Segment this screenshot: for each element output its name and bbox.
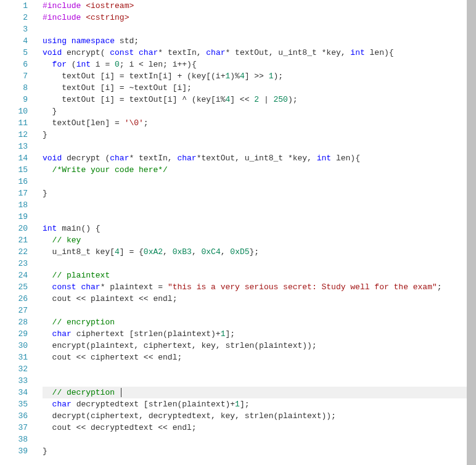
- code-token: * textIn,: [158, 48, 206, 57]
- code-token: 0xB3: [173, 247, 192, 257]
- code-line[interactable]: // encryption: [43, 316, 467, 328]
- code-line[interactable]: [43, 141, 467, 152]
- code-line[interactable]: textOut[len] = '\0';: [43, 117, 467, 129]
- code-token: char: [139, 48, 158, 57]
- code-line[interactable]: encrypt(plaintext, ciphertext, key, strl…: [43, 340, 467, 352]
- code-line[interactable]: textOut [i] = ~textOut [i];: [43, 82, 467, 94]
- code-token: int: [317, 154, 331, 163]
- code-token: ;: [437, 282, 442, 292]
- code-token: // decryption: [52, 388, 120, 397]
- code-line[interactable]: textOut [i] = textOut[i] ^ (key[i%4] << …: [43, 94, 467, 105]
- code-line[interactable]: void encrypt( const char* textIn, char* …: [43, 47, 467, 59]
- code-token: /*Write your code here*/: [52, 165, 168, 175]
- code-line[interactable]: [43, 375, 467, 387]
- code-token: }: [43, 130, 47, 139]
- code-token: char: [52, 400, 72, 409]
- code-line[interactable]: const char* plaintext = "this is a very …: [43, 281, 467, 293]
- code-token: int: [350, 48, 364, 57]
- code-token: 1: [269, 72, 274, 81]
- code-line[interactable]: [43, 258, 467, 270]
- code-token: ,: [221, 247, 231, 257]
- code-token: ] >>: [245, 72, 269, 81]
- code-line[interactable]: // plaintext: [43, 270, 467, 281]
- code-token: [43, 271, 52, 280]
- code-line[interactable]: [43, 434, 467, 445]
- code-line[interactable]: [43, 305, 467, 316]
- code-token: '\0': [125, 118, 144, 128]
- code-line[interactable]: cout << ciphertext << endl;: [43, 352, 467, 363]
- code-token: textOut [i] = ~textOut [i];: [43, 83, 192, 93]
- line-number: 25: [0, 281, 28, 293]
- line-number: 28: [0, 316, 28, 328]
- line-number: 16: [0, 176, 28, 187]
- code-line[interactable]: cout << plaintext << endl;: [43, 293, 467, 305]
- code-line[interactable]: #include <iostream>: [43, 0, 467, 12]
- code-token: }: [43, 189, 47, 198]
- code-token: // encryption: [52, 318, 115, 327]
- code-line[interactable]: [43, 23, 467, 35]
- code-line[interactable]: cout << decryptedtext << endl;: [43, 422, 467, 434]
- vertical-scrollbar[interactable]: [467, 0, 476, 465]
- code-line[interactable]: char ciphertext [strlen(plaintext)+1];: [43, 328, 467, 340]
- code-line[interactable]: [43, 176, 467, 187]
- code-token: [43, 388, 52, 397]
- line-number: 36: [0, 410, 28, 422]
- code-line[interactable]: using namespace std;: [43, 35, 467, 47]
- code-token: <cstring>: [86, 13, 129, 22]
- code-token: const: [52, 282, 76, 292]
- code-line[interactable]: /*Write your code here*/: [43, 164, 467, 176]
- code-line[interactable]: textOut [i] = textIn[i] + (key[(i+1)%4] …: [43, 70, 467, 82]
- line-number: 21: [0, 234, 28, 246]
- code-token: [43, 165, 52, 175]
- scrollbar-thumb[interactable]: [467, 0, 476, 465]
- code-token: "this is a very serious secret: Study we…: [168, 282, 437, 292]
- code-token: cout << decryptedtext << endl;: [43, 423, 197, 432]
- code-line[interactable]: decrypt(ciphertext, decryptedtext, key, …: [43, 410, 467, 422]
- code-line[interactable]: [43, 363, 467, 375]
- line-number: 32: [0, 363, 28, 375]
- code-line[interactable]: }: [43, 105, 467, 117]
- code-token: * textOut, u_int8_t *key,: [226, 48, 351, 57]
- code-line[interactable]: }: [43, 445, 467, 457]
- code-token: }: [43, 107, 57, 116]
- line-number: 17: [0, 187, 28, 199]
- code-token: ; i < len; i++){: [120, 60, 197, 69]
- code-token: ;: [144, 118, 149, 128]
- code-line[interactable]: // decryption: [43, 387, 467, 398]
- line-number: 4: [0, 35, 28, 47]
- code-line[interactable]: }: [43, 129, 467, 141]
- code-token: char: [177, 154, 196, 163]
- code-token: |: [259, 95, 273, 104]
- line-number: 12: [0, 129, 28, 141]
- line-number: 19: [0, 211, 28, 223]
- line-number: 30: [0, 340, 28, 352]
- code-line[interactable]: [43, 211, 467, 223]
- code-token: 1: [235, 400, 240, 409]
- code-token: encrypt(: [62, 48, 110, 57]
- code-token: void: [43, 48, 62, 57]
- code-token: encrypt(plaintext, ciphertext, key, strl…: [43, 341, 317, 350]
- code-token: (: [67, 60, 76, 69]
- code-token: [43, 60, 52, 69]
- code-line[interactable]: char decryptedtext [strlen(plaintext)+1]…: [43, 398, 467, 410]
- code-token: 0xD5: [230, 247, 249, 257]
- code-line[interactable]: for (int i = 0; i < len; i++){: [43, 59, 467, 70]
- line-number: 1: [0, 0, 28, 12]
- line-number: 38: [0, 434, 28, 445]
- code-line[interactable]: #include <cstring>: [43, 12, 467, 23]
- code-editor[interactable]: #include <iostream>#include <cstring>usi…: [40, 0, 467, 465]
- code-token: i =: [91, 60, 115, 69]
- code-line[interactable]: int main() {: [43, 223, 467, 234]
- code-line[interactable]: void decrypt (char* textIn, char*textOut…: [43, 152, 467, 164]
- code-token: 0: [115, 60, 120, 69]
- code-token: ];: [225, 329, 235, 339]
- code-token: len){: [365, 48, 394, 57]
- code-line[interactable]: // key: [43, 234, 467, 246]
- code-token: [134, 48, 139, 57]
- code-line[interactable]: [43, 199, 467, 211]
- line-number: 15: [0, 164, 28, 176]
- code-line[interactable]: }: [43, 187, 467, 199]
- code-token: [43, 236, 52, 245]
- code-line[interactable]: u_int8_t key[4] = {0xA2, 0xB3, 0xC4, 0xD…: [43, 246, 467, 258]
- code-token: int: [43, 224, 57, 233]
